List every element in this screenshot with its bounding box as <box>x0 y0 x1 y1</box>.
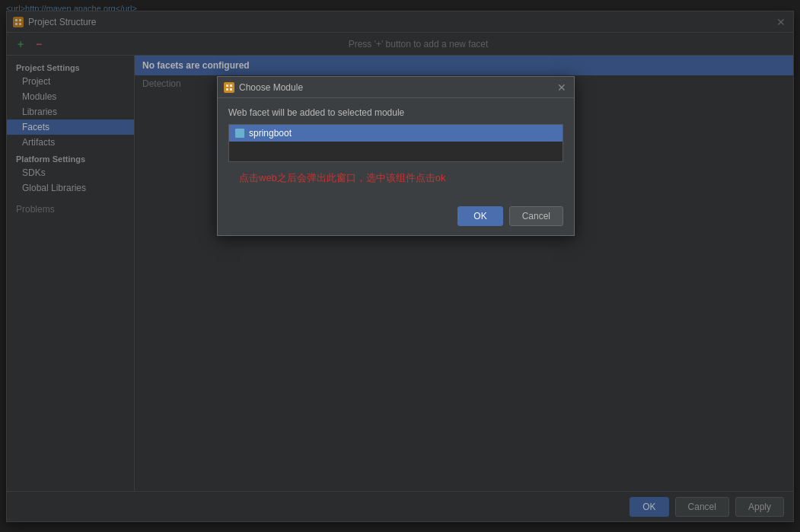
cm-module-item-springboot[interactable]: springboot <box>229 125 563 142</box>
cm-cancel-button[interactable]: Cancel <box>509 206 563 226</box>
svg-rect-5 <box>230 84 232 87</box>
cm-titlebar: Choose Module ✕ <box>218 77 574 98</box>
cm-body: Web facet will be added to selected modu… <box>218 98 574 200</box>
cm-title-left: Choose Module <box>224 82 303 93</box>
cm-close-button[interactable]: ✕ <box>556 81 568 94</box>
cm-bottom-buttons: OK Cancel <box>218 200 574 235</box>
choose-module-icon <box>224 82 234 93</box>
svg-rect-6 <box>226 88 228 91</box>
choose-module-dialog: Choose Module ✕ Web facet will be added … <box>217 76 575 236</box>
svg-rect-4 <box>226 84 228 87</box>
cm-dialog-title: Choose Module <box>239 82 303 93</box>
cm-module-label: springboot <box>249 128 292 139</box>
cm-description: Web facet will be added to selected modu… <box>228 107 563 118</box>
annotation-text: 点击web之后会弹出此窗口，选中该组件点击ok <box>228 162 563 194</box>
svg-rect-7 <box>230 88 232 91</box>
module-folder-icon <box>235 129 244 138</box>
svg-rect-9 <box>236 130 239 132</box>
cm-module-list: springboot <box>228 124 563 162</box>
cm-ok-button[interactable]: OK <box>457 206 502 226</box>
